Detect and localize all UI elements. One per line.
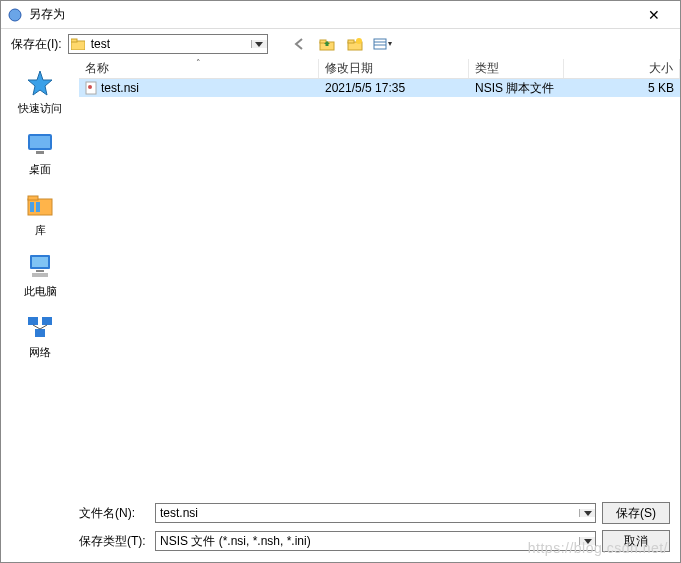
svg-rect-24 <box>32 273 48 277</box>
folder-combo[interactable]: test <box>68 34 268 54</box>
svg-marker-3 <box>255 42 263 47</box>
dialog-body: 快速访问 桌面 库 此电脑 <box>1 59 680 496</box>
save-button[interactable]: 保存(S) <box>602 502 670 524</box>
chevron-down-icon[interactable] <box>251 40 267 48</box>
svg-line-28 <box>33 325 40 329</box>
column-label: 大小 <box>649 60 673 77</box>
filetype-row: 保存类型(T): NSIS 文件 (*.nsi, *.nsh, *.ini) 取… <box>79 530 670 552</box>
network-icon <box>24 311 56 343</box>
file-list-pane: 名称 ˄ 修改日期 类型 大小 <box>79 59 680 496</box>
svg-rect-5 <box>320 40 326 43</box>
svg-rect-15 <box>30 136 50 148</box>
file-type: NSIS 脚本文件 <box>469 80 564 97</box>
place-network[interactable]: 网络 <box>6 307 74 366</box>
column-header-name[interactable]: 名称 ˄ <box>79 59 319 78</box>
app-icon <box>7 7 23 23</box>
svg-rect-7 <box>348 40 354 43</box>
up-one-level-button[interactable] <box>316 33 338 55</box>
svg-point-31 <box>88 85 92 89</box>
file-name: test.nsi <box>101 81 139 95</box>
filename-combo[interactable]: test.nsi <box>155 503 596 523</box>
thispc-icon <box>24 250 56 282</box>
desktop-icon <box>24 128 56 160</box>
svg-rect-19 <box>30 202 34 212</box>
filetype-label: 保存类型(T): <box>79 533 149 550</box>
titlebar: 另存为 ✕ <box>1 1 680 29</box>
file-date: 2021/5/5 17:35 <box>319 81 469 95</box>
svg-marker-12 <box>388 42 392 46</box>
svg-rect-25 <box>28 317 38 325</box>
svg-rect-2 <box>71 39 77 42</box>
svg-marker-33 <box>584 539 592 544</box>
svg-point-0 <box>9 9 21 21</box>
filename-input[interactable]: test.nsi <box>156 506 579 520</box>
folder-name: test <box>87 37 251 51</box>
place-label: 库 <box>35 223 46 238</box>
svg-rect-22 <box>32 257 48 267</box>
location-toolbar: 保存在(I): test <box>1 29 680 59</box>
bottom-panel: 文件名(N): test.nsi 保存(S) 保存类型(T): NSIS 文件 … <box>1 496 680 562</box>
file-row[interactable]: test.nsi 2021/5/5 17:35 NSIS 脚本文件 5 KB <box>79 79 680 97</box>
back-button[interactable] <box>288 33 310 55</box>
filetype-value: NSIS 文件 (*.nsi, *.nsh, *.ini) <box>156 533 579 550</box>
column-header-date[interactable]: 修改日期 <box>319 59 469 78</box>
column-label: 名称 <box>85 60 109 77</box>
svg-point-8 <box>356 38 362 44</box>
window-title: 另存为 <box>29 6 634 23</box>
column-header-size[interactable]: 大小 <box>564 59 680 78</box>
svg-rect-26 <box>42 317 52 325</box>
svg-marker-32 <box>584 511 592 516</box>
place-this-pc[interactable]: 此电脑 <box>6 246 74 305</box>
save-as-dialog: 另存为 ✕ 保存在(I): test <box>0 0 681 563</box>
file-list[interactable]: test.nsi 2021/5/5 17:35 NSIS 脚本文件 5 KB <box>79 79 680 496</box>
chevron-down-icon[interactable] <box>579 509 595 517</box>
filename-label: 文件名(N): <box>79 505 149 522</box>
filename-row: 文件名(N): test.nsi 保存(S) <box>79 502 670 524</box>
column-label: 类型 <box>475 60 499 77</box>
svg-rect-18 <box>28 196 38 200</box>
place-label: 快速访问 <box>18 101 62 116</box>
close-button[interactable]: ✕ <box>634 7 674 23</box>
new-folder-button[interactable] <box>344 33 366 55</box>
cancel-button[interactable]: 取消 <box>602 530 670 552</box>
column-headers: 名称 ˄ 修改日期 类型 大小 <box>79 59 680 79</box>
svg-rect-27 <box>35 329 45 337</box>
place-label: 此电脑 <box>24 284 57 299</box>
filetype-combo[interactable]: NSIS 文件 (*.nsi, *.nsh, *.ini) <box>155 531 596 551</box>
column-header-type[interactable]: 类型 <box>469 59 564 78</box>
file-name-cell: test.nsi <box>79 81 319 95</box>
view-menu-button[interactable] <box>372 33 394 55</box>
save-in-label: 保存在(I): <box>11 36 62 53</box>
quickaccess-icon <box>24 67 56 99</box>
svg-rect-20 <box>36 202 40 212</box>
svg-rect-9 <box>374 39 386 49</box>
svg-rect-16 <box>36 151 44 154</box>
file-icon <box>85 81 97 95</box>
column-label: 修改日期 <box>325 60 373 77</box>
place-desktop[interactable]: 桌面 <box>6 124 74 183</box>
chevron-down-icon[interactable] <box>579 537 595 545</box>
sort-asc-icon: ˄ <box>196 58 201 68</box>
place-quick-access[interactable]: 快速访问 <box>6 63 74 122</box>
place-label: 桌面 <box>29 162 51 177</box>
places-bar: 快速访问 桌面 库 此电脑 <box>1 59 79 496</box>
folder-icon <box>69 38 87 50</box>
place-label: 网络 <box>29 345 51 360</box>
svg-marker-13 <box>28 71 52 95</box>
svg-line-29 <box>40 325 47 329</box>
svg-rect-23 <box>36 270 44 272</box>
libraries-icon <box>24 189 56 221</box>
place-libraries[interactable]: 库 <box>6 185 74 244</box>
file-size: 5 KB <box>564 81 680 95</box>
